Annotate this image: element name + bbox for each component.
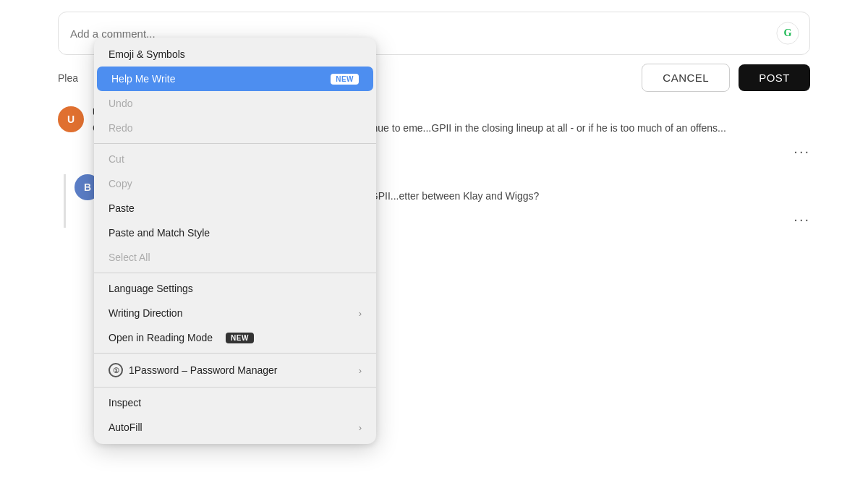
post-button[interactable]: POST xyxy=(739,64,810,91)
separator-4 xyxy=(94,387,376,388)
separator-3 xyxy=(94,353,376,354)
menu-item-redo: Redo xyxy=(94,116,376,140)
menu-item-emoji[interactable]: Emoji & Symbols xyxy=(94,42,376,67)
menu-item-paste[interactable]: Paste xyxy=(94,196,376,221)
menu-item-inspect-label: Inspect xyxy=(109,397,141,408)
menu-item-copy-label: Copy xyxy=(109,178,132,189)
reading-mode-left: Open in Reading Mode NEW xyxy=(109,332,254,343)
menu-item-copy: Copy xyxy=(94,171,376,196)
menu-item-1password[interactable]: ① 1Password – Password Manager › xyxy=(94,356,376,384)
menu-item-cut-label: Cut xyxy=(109,153,124,165)
menu-item-autofill-label: AutoFill xyxy=(109,421,142,433)
menu-item-1password-label: 1Password – Password Manager xyxy=(129,364,277,376)
svg-text:G: G xyxy=(783,27,791,38)
chevron-right-icon-1password: › xyxy=(359,365,362,376)
menu-item-help-write[interactable]: Help Me Write NEW xyxy=(97,67,373,91)
menu-item-emoji-label: Emoji & Symbols xyxy=(109,48,185,60)
menu-item-select-all-label: Select All xyxy=(109,252,150,263)
menu-item-autofill[interactable]: AutoFill › xyxy=(94,415,376,440)
please-text: Plea xyxy=(58,72,78,84)
more-options-button-1[interactable]: ··· xyxy=(793,143,810,160)
menu-item-cut: Cut xyxy=(94,147,376,171)
separator-1 xyxy=(94,143,376,144)
avatar-u: U xyxy=(58,106,84,132)
menu-item-help-write-label: Help Me Write xyxy=(111,73,175,85)
reading-mode-badge: NEW xyxy=(226,333,254,343)
menu-item-select-all: Select All xyxy=(94,245,376,270)
menu-item-reading-mode[interactable]: Open in Reading Mode NEW xyxy=(94,325,376,350)
menu-item-paste-match-label: Paste and Match Style xyxy=(109,227,210,239)
help-write-badge: NEW xyxy=(331,74,359,85)
cancel-button[interactable]: CANCEL xyxy=(642,64,730,92)
context-menu: Emoji & Symbols Help Me Write NEW Undo R… xyxy=(94,38,376,444)
separator-2 xyxy=(94,273,376,273)
1password-left: ① 1Password – Password Manager xyxy=(109,363,277,377)
menu-item-reading-mode-label: Open in Reading Mode xyxy=(109,332,213,343)
more-options-button-2[interactable]: ··· xyxy=(793,211,810,228)
menu-item-redo-label: Redo xyxy=(109,122,132,134)
chevron-right-icon-autofill: › xyxy=(359,422,362,433)
menu-item-writing-direction-label: Writing Direction xyxy=(109,307,182,319)
menu-item-undo: Undo xyxy=(94,91,376,116)
menu-item-writing-direction[interactable]: Writing Direction › xyxy=(94,301,376,325)
menu-item-inspect[interactable]: Inspect xyxy=(94,390,376,415)
menu-item-language-label: Language Settings xyxy=(109,283,193,294)
grammarly-icon: G xyxy=(776,22,799,45)
chevron-right-icon-writing: › xyxy=(359,308,362,319)
menu-item-paste-match[interactable]: Paste and Match Style xyxy=(94,221,376,245)
1password-icon: ① xyxy=(109,363,123,377)
menu-item-language[interactable]: Language Settings xyxy=(94,276,376,301)
menu-item-undo-label: Undo xyxy=(109,98,132,109)
menu-item-paste-label: Paste xyxy=(109,202,135,214)
